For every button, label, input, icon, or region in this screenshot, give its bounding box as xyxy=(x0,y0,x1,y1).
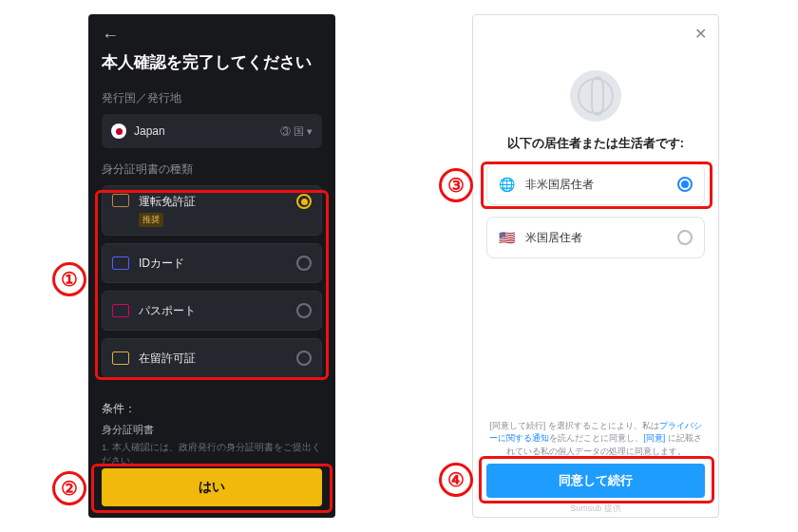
doc-option-id-card[interactable]: IDカード xyxy=(102,243,322,283)
annotation-marker-4: ④ xyxy=(439,463,473,497)
us-flag-icon: 🇺🇸 xyxy=(499,230,516,245)
doc-section-label: 身分証明書の種類 xyxy=(102,162,322,178)
country-dropdown-indicator: ③ 国 ▾ xyxy=(280,124,313,139)
option-label: 非米国居住者 xyxy=(525,177,668,193)
page-title: 本人確認を完了してください xyxy=(102,51,322,73)
agree-continue-button[interactable]: 同意して続行 xyxy=(486,464,705,498)
id-card-icon xyxy=(112,256,129,270)
radio-unselected-icon xyxy=(296,351,312,366)
close-icon[interactable]: ✕ xyxy=(694,25,707,43)
country-name: Japan xyxy=(134,124,165,138)
annotation-marker-3: ③ xyxy=(439,168,473,202)
residency-heading: 以下の居住者または生活者です: xyxy=(486,135,705,152)
back-icon[interactable]: ← xyxy=(102,26,322,46)
residency-screen: ✕ 以下の居住者または生活者です: 🌐 非米国居住者 🇺🇸 米国居住者 [同意し… xyxy=(472,14,719,518)
residency-option-non-us[interactable]: 🌐 非米国居住者 xyxy=(486,163,705,205)
yes-button[interactable]: はい xyxy=(102,468,322,506)
doc-label: 在留許可証 xyxy=(139,351,287,367)
doc-label: パスポート xyxy=(139,303,287,319)
radio-selected-icon xyxy=(677,177,693,192)
doc-option-passport[interactable]: パスポート xyxy=(102,291,322,331)
radio-unselected-icon xyxy=(296,303,312,318)
passport-icon xyxy=(112,304,129,317)
country-selector[interactable]: Japan ③ 国 ▾ xyxy=(102,114,322,148)
condition-line-1: 1. 本人確認には、政府発行の身分証明書をご提出ください。 xyxy=(102,441,322,468)
radio-unselected-icon xyxy=(677,230,693,245)
annotation-marker-1: ① xyxy=(52,262,86,296)
kyc-dark-screen: ← 本人確認を完了してください 発行国／発行地 Japan ③ 国 ▾ 身分証明… xyxy=(88,14,335,518)
radio-unselected-icon xyxy=(296,256,312,271)
option-label: 米国居住者 xyxy=(525,230,668,246)
recommended-tag: 推奨 xyxy=(139,213,163,227)
annotation-marker-2: ② xyxy=(52,471,86,505)
document-type-list: 運転免許証 推奨 IDカード パスポート 在留許可証 xyxy=(102,185,322,378)
conditions-title: 条件： xyxy=(102,401,322,417)
residency-option-us[interactable]: 🇺🇸 米国居住者 xyxy=(486,217,705,258)
doc-label: IDカード xyxy=(139,256,287,272)
radio-selected-icon xyxy=(296,194,312,209)
consent-text: [同意して続行] を選択することにより、私はプライバシーに関する通知を読んだこと… xyxy=(486,420,705,459)
license-icon xyxy=(112,194,129,207)
doc-option-drivers-license[interactable]: 運転免許証 推奨 xyxy=(102,185,322,236)
globe-small-icon: 🌐 xyxy=(499,177,516,192)
residence-permit-icon xyxy=(112,352,129,365)
japan-flag-icon xyxy=(111,124,126,139)
doc-label: 運転免許証 推奨 xyxy=(139,194,287,227)
agree-link[interactable]: [同意] xyxy=(643,433,665,443)
doc-option-residence-permit[interactable]: 在留許可証 xyxy=(102,338,322,378)
country-section-label: 発行国／発行地 xyxy=(102,90,322,106)
provider-label: Sumsub 提供 xyxy=(473,503,718,515)
globe-icon xyxy=(570,70,621,122)
conditions-section: 身分証明書 xyxy=(102,423,322,437)
